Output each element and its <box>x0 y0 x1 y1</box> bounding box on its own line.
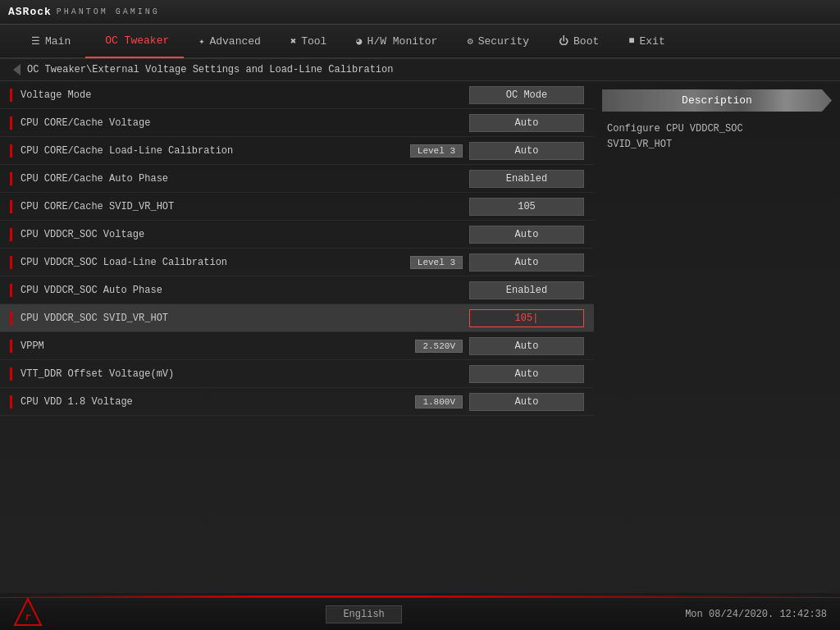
setting-indicator <box>10 89 12 102</box>
nav-icon-boot: ⏻ <box>559 35 568 48</box>
logo-phantom: PHANTOM GAMING <box>57 7 160 16</box>
setting-name-cpu-vdd-1-8: CPU VDD 1.8 Voltage <box>21 396 415 408</box>
setting-badge-cpu-vdd-1-8: 1.800V <box>415 395 463 409</box>
setting-value-voltage-mode[interactable]: OC Mode <box>469 86 584 104</box>
setting-name-voltage-mode: Voltage Mode <box>21 89 469 101</box>
nav-item-advanced[interactable]: ✦Advanced <box>184 24 276 58</box>
nav-item-security[interactable]: ⚙Security <box>452 24 544 58</box>
setting-name-cpu-core-llc: CPU CORE/Cache Load-Line Calibration <box>21 145 410 157</box>
setting-row-cpu-core-auto-phase[interactable]: CPU CORE/Cache Auto PhaseEnabled <box>0 165 594 193</box>
setting-value-cpu-vdd-1-8[interactable]: Auto <box>469 393 584 411</box>
setting-row-cpu-vddcr-soc-phase[interactable]: CPU VDDCR_SOC Auto PhaseEnabled <box>0 276 594 304</box>
setting-indicator <box>10 144 12 158</box>
nav-item-hw-monitor[interactable]: ◕H/W Monitor <box>341 24 452 58</box>
setting-name-cpu-core-auto-phase: CPU CORE/Cache Auto Phase <box>21 173 469 185</box>
setting-name-cpu-vddcr-soc-phase: CPU VDDCR_SOC Auto Phase <box>21 285 469 296</box>
setting-indicator <box>10 256 12 269</box>
setting-badge-cpu-core-llc: Level 3 <box>410 144 463 158</box>
setting-value-cpu-core-svid[interactable]: 105 <box>469 198 584 216</box>
setting-indicator <box>10 172 12 185</box>
setting-badge-vppm: 2.520V <box>415 340 463 353</box>
description-text: Configure CPU VDDCR_SOCSVID_VR_HOT <box>602 121 832 153</box>
setting-row-cpu-vddcr-soc-voltage[interactable]: CPU VDDCR_SOC VoltageAuto <box>0 221 594 249</box>
logo-asrock: ASRock <box>8 6 52 18</box>
nav-label-security: Security <box>478 35 529 48</box>
nav-item-main[interactable]: ☰Main <box>16 24 85 58</box>
nav-label-advanced: Advanced <box>209 35 260 48</box>
setting-value-cpu-core-llc[interactable]: Auto <box>469 142 584 160</box>
setting-row-cpu-core-llc[interactable]: CPU CORE/Cache Load-Line CalibrationLeve… <box>0 137 594 165</box>
nav-item-boot[interactable]: ⏻Boot <box>544 24 614 58</box>
setting-value-vppm[interactable]: Auto <box>469 337 584 355</box>
description-panel: Description Configure CPU VDDCR_SOCSVID_… <box>594 81 840 593</box>
header-bar: ASRock PHANTOM GAMING <box>0 0 840 25</box>
footer: r English Mon 08/24/2020. 12:42:38 <box>0 597 840 630</box>
setting-name-cpu-vddcr-soc-llc: CPU VDDCR_SOC Load-Line Calibration <box>21 257 410 268</box>
nav-item-oc-tweaker[interactable]: OC Tweaker <box>85 24 184 58</box>
setting-indicator <box>10 284 12 297</box>
setting-value-cpu-vddcr-soc-svid[interactable]: 105| <box>469 309 584 327</box>
settings-panel: Voltage ModeOC ModeCPU CORE/Cache Voltag… <box>0 81 594 593</box>
breadcrumb-text: OC Tweaker\External Voltage Settings and… <box>27 64 393 75</box>
nav-icon-main: ☰ <box>31 35 40 48</box>
svg-text:r: r <box>25 610 30 623</box>
setting-name-cpu-core-svid: CPU CORE/Cache SVID_VR_HOT <box>21 201 469 212</box>
setting-value-cpu-vddcr-soc-llc[interactable]: Auto <box>469 253 584 272</box>
setting-indicator <box>10 312 12 325</box>
nav-icon-exit: ■ <box>628 35 634 47</box>
setting-row-cpu-vddcr-soc-svid[interactable]: CPU VDDCR_SOC SVID_VR_HOT105| <box>0 304 594 332</box>
nav-label-exit: Exit <box>639 35 664 48</box>
setting-indicator <box>10 340 12 353</box>
breadcrumb: OC Tweaker\External Voltage Settings and… <box>0 59 840 81</box>
setting-row-cpu-core-svid[interactable]: CPU CORE/Cache SVID_VR_HOT105 <box>0 193 594 221</box>
nav-item-tool[interactable]: ✖Tool <box>276 24 341 58</box>
setting-name-vppm: VPPM <box>21 340 415 352</box>
setting-value-cpu-core-auto-phase[interactable]: Enabled <box>469 170 584 188</box>
setting-indicator <box>10 116 12 130</box>
footer-logo: r <box>13 597 43 630</box>
setting-value-cpu-core-voltage[interactable]: Auto <box>469 114 584 132</box>
setting-row-voltage-mode[interactable]: Voltage ModeOC Mode <box>0 81 594 109</box>
nav-label-main: Main <box>45 35 71 48</box>
nav-item-exit[interactable]: ■Exit <box>614 24 679 58</box>
setting-name-vtt-ddr: VTT_DDR Offset Voltage(mV) <box>21 368 469 380</box>
setting-value-cpu-vddcr-soc-voltage[interactable]: Auto <box>469 226 584 244</box>
nav-bar: ☰MainOC Tweaker✦Advanced✖Tool◕H/W Monito… <box>0 25 840 59</box>
setting-name-cpu-vddcr-soc-svid: CPU VDDCR_SOC SVID_VR_HOT <box>21 313 469 324</box>
nav-label-tool: Tool <box>301 35 326 48</box>
setting-row-cpu-vdd-1-8[interactable]: CPU VDD 1.8 Voltage1.800VAuto <box>0 388 594 416</box>
nav-icon-security: ⚙ <box>467 35 472 48</box>
setting-row-vppm[interactable]: VPPM2.520VAuto <box>0 332 594 360</box>
nav-label-boot: Boot <box>573 35 599 48</box>
setting-indicator <box>10 200 12 213</box>
setting-row-cpu-core-voltage[interactable]: CPU CORE/Cache VoltageAuto <box>0 109 594 137</box>
nav-icon-hw-monitor: ◕ <box>356 35 362 48</box>
setting-indicator <box>10 395 12 409</box>
nav-icon-tool: ✖ <box>290 35 296 48</box>
description-header: Description <box>602 89 832 112</box>
setting-name-cpu-vddcr-soc-voltage: CPU VDDCR_SOC Voltage <box>21 229 469 240</box>
setting-badge-cpu-vddcr-soc-llc: Level 3 <box>410 256 463 269</box>
footer-datetime: Mon 08/24/2020. 12:42:38 <box>685 609 827 620</box>
setting-value-vtt-ddr[interactable]: Auto <box>469 365 584 383</box>
setting-row-cpu-vddcr-soc-llc[interactable]: CPU VDDCR_SOC Load-Line CalibrationLevel… <box>0 249 594 276</box>
nav-icon-advanced: ✦ <box>199 35 204 48</box>
breadcrumb-back-arrow[interactable] <box>13 64 21 75</box>
setting-value-cpu-vddcr-soc-phase[interactable]: Enabled <box>469 281 584 299</box>
nav-label-oc-tweaker: OC Tweaker <box>105 34 169 47</box>
setting-indicator <box>10 368 12 381</box>
setting-row-vtt-ddr[interactable]: VTT_DDR Offset Voltage(mV)Auto <box>0 360 594 388</box>
nav-label-hw-monitor: H/W Monitor <box>368 35 438 48</box>
setting-indicator <box>10 228 12 241</box>
footer-language[interactable]: English <box>326 605 401 623</box>
setting-name-cpu-core-voltage: CPU CORE/Cache Voltage <box>21 117 469 129</box>
main-content: Voltage ModeOC ModeCPU CORE/Cache Voltag… <box>0 81 840 593</box>
logo: ASRock PHANTOM GAMING <box>8 6 160 18</box>
